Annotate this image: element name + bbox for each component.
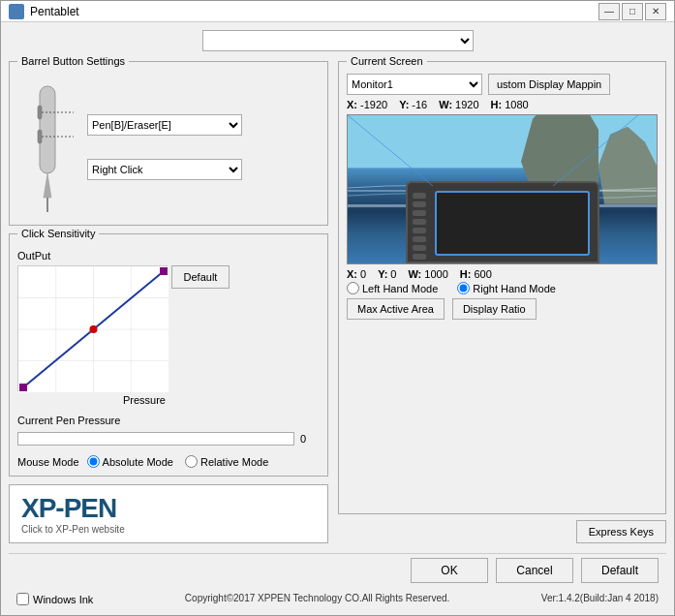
footer-buttons: OK Cancel Default xyxy=(9,553,666,587)
screen-preview xyxy=(347,114,658,264)
display-ratio-button[interactable]: Display Ratio xyxy=(452,298,537,320)
default-sensitivity-button[interactable]: Default xyxy=(171,265,230,289)
tablet-overlay xyxy=(406,181,599,263)
output-label: OutPut xyxy=(17,250,50,262)
right-panel: Current Screen Monitor1 Monitor2 All Scr… xyxy=(338,61,666,543)
tablet-btn-4 xyxy=(413,219,426,225)
tablet-coord-y: Y: 0 xyxy=(378,268,396,280)
absolute-mode-option[interactable]: Absolute Mode xyxy=(87,455,173,468)
copyright-text: Copyright©2017 XPPEN Technology CO.All R… xyxy=(185,593,449,605)
right-hand-mode-radio[interactable] xyxy=(457,282,470,294)
mouse-mode-label: Mouse Mode xyxy=(17,456,79,468)
left-hand-mode-label: Left Hand Mode xyxy=(362,283,438,294)
tablet-side-buttons xyxy=(410,193,429,260)
cancel-button[interactable]: Cancel xyxy=(496,558,573,583)
custom-mapping-button[interactable]: ustom Display Mappin xyxy=(488,74,610,95)
tablet-btn-7 xyxy=(413,245,426,251)
relative-mode-option[interactable]: Relative Mode xyxy=(185,455,268,468)
tablet-coord-x: X: 0 xyxy=(347,268,366,280)
pen-dropdowns: Pen[B]/Eraser[E] Right Click Middle Clic… xyxy=(87,114,320,180)
left-hand-mode-option[interactable]: Left Hand Mode xyxy=(347,282,438,294)
svg-line-7 xyxy=(348,115,433,186)
pen-pressure-label: Current Pen Pressure xyxy=(17,415,120,426)
tablet-active-area xyxy=(435,191,590,256)
right-hand-mode-option[interactable]: Right Hand Mode xyxy=(457,282,556,294)
titlebar: Pentablet — □ ✕ xyxy=(1,1,674,22)
radio-group: Absolute Mode Relative Mode xyxy=(87,455,269,468)
hand-mode-row: Left Hand Mode Right Hand Mode xyxy=(347,282,658,294)
sensitivity-canvas[interactable] xyxy=(18,266,169,392)
barrel-settings-label: Barrel Button Settings xyxy=(17,55,129,67)
svg-rect-0 xyxy=(40,86,55,173)
max-active-area-button[interactable]: Max Active Area xyxy=(347,298,445,320)
current-screen-group: Current Screen Monitor1 Monitor2 All Scr… xyxy=(338,61,666,514)
pen-diagram xyxy=(17,77,76,217)
relative-mode-label: Relative Mode xyxy=(200,456,268,468)
absolute-mode-radio[interactable] xyxy=(87,455,100,468)
relative-mode-radio[interactable] xyxy=(185,455,198,468)
tablet-btn-8 xyxy=(413,254,426,260)
brand-name: XP-PEN xyxy=(21,493,116,524)
tablet-btn-5 xyxy=(413,228,426,233)
absolute-mode-label: Absolute Mode xyxy=(103,456,173,468)
coord-y: Y: -16 xyxy=(399,99,427,110)
tablet-coord-w: W: 1000 xyxy=(408,268,447,280)
pressure-value: 0 xyxy=(300,433,320,445)
brand-sub: Click to XP-Pen website xyxy=(21,524,125,535)
monitor-dropdown[interactable]: Monitor1 Monitor2 All Screens xyxy=(347,74,482,95)
footer-bottom: Windows Ink Copyright©2017 XPPEN Technol… xyxy=(9,591,666,607)
windows-ink-checkbox[interactable] xyxy=(16,593,29,605)
express-keys-button[interactable]: Express Keys xyxy=(576,520,666,543)
click-sensitivity-label: Click Sensitivity xyxy=(17,228,99,239)
barrel-settings-group: Barrel Button Settings xyxy=(9,61,328,226)
express-keys-row: Express Keys xyxy=(338,520,666,543)
graph-row: OutPut Default Pressure xyxy=(17,250,320,407)
tablet-coords: X: 0 Y: 0 W: 1000 H: 600 xyxy=(347,268,658,280)
left-hand-mode-radio[interactable] xyxy=(347,282,359,294)
left-panel: Barrel Button Settings xyxy=(9,61,328,543)
current-screen-label: Current Screen xyxy=(347,55,427,67)
coord-h: H: 1080 xyxy=(491,99,529,110)
version-text: Ver:1.4.2(Build:Jan 4 2018) xyxy=(541,593,659,605)
sensitivity-inner: OutPut Default Pressure xyxy=(17,250,320,468)
pen-pressure-row: Current Pen Pressure xyxy=(17,415,320,426)
top-dropdown-container xyxy=(9,30,666,51)
default-button[interactable]: Default xyxy=(581,558,659,583)
coord-x: X: -1920 xyxy=(347,99,387,110)
svg-marker-3 xyxy=(44,173,51,198)
area-buttons: Max Active Area Display Ratio xyxy=(347,298,658,320)
brand-box[interactable]: XP-PEN Click to XP-Pen website xyxy=(9,484,328,543)
screen-top: Monitor1 Monitor2 All Screens ustom Disp… xyxy=(347,74,658,95)
main-content: Barrel Button Settings xyxy=(1,22,674,615)
svg-rect-1 xyxy=(38,106,42,119)
panels-row: Barrel Button Settings xyxy=(9,61,666,543)
window-title: Pentablet xyxy=(30,5,598,18)
maximize-button[interactable]: □ xyxy=(622,3,643,20)
pen-svg xyxy=(20,81,74,217)
tablet-btn-6 xyxy=(413,236,426,242)
main-window: Pentablet — □ ✕ Barrel Button Settings xyxy=(0,0,675,616)
close-button[interactable]: ✕ xyxy=(645,3,666,20)
windows-ink-row: Windows Ink xyxy=(16,593,93,605)
mouse-mode-row: Mouse Mode Absolute Mode Relative Mode xyxy=(17,455,320,468)
upper-button-dropdown[interactable]: Pen[B]/Eraser[E] Right Click Middle Clic… xyxy=(87,114,242,136)
tablet-btn-1 xyxy=(413,193,426,199)
tablet-coord-h: H: 600 xyxy=(460,268,492,280)
screen-coords: X: -1920 Y: -16 W: 1920 H: xyxy=(347,99,658,110)
lower-button-dropdown[interactable]: Right Click Left Click Middle Click Disa… xyxy=(87,159,242,180)
screen-image xyxy=(348,115,657,263)
window-controls: — □ ✕ xyxy=(598,3,666,20)
profile-dropdown[interactable] xyxy=(202,30,474,51)
minimize-button[interactable]: — xyxy=(598,3,620,20)
barrel-inner: Pen[B]/Eraser[E] Right Click Middle Clic… xyxy=(17,77,320,217)
tablet-btn-2 xyxy=(413,201,426,207)
windows-ink-label: Windows Ink xyxy=(33,594,93,605)
ok-button[interactable]: OK xyxy=(411,558,488,583)
app-icon xyxy=(9,4,24,19)
tablet-btn-3 xyxy=(413,210,426,216)
footer: OK Cancel Default Windows Ink Copyright©… xyxy=(9,549,666,607)
right-hand-mode-label: Right Hand Mode xyxy=(473,283,556,294)
pressure-bar xyxy=(17,432,294,446)
pressure-axis-label: Pressure xyxy=(123,394,168,406)
coord-w: W: 1920 xyxy=(439,99,478,110)
